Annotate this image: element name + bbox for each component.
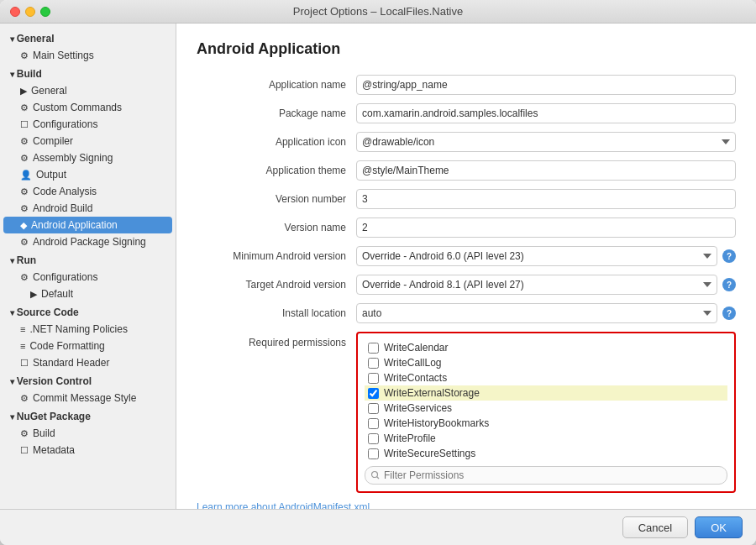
gear-icon: ⚙ bbox=[20, 186, 29, 197]
package-name-row: Package name bbox=[197, 103, 736, 123]
target-android-select[interactable]: Override - Android 8.1 (API level 27) bbox=[356, 275, 717, 295]
sidebar-item-label: .NET Naming Policies bbox=[29, 323, 127, 335]
permission-write-profile-checkbox[interactable] bbox=[368, 433, 379, 444]
sidebar-item-default[interactable]: ▶ Default bbox=[0, 286, 176, 302]
sidebar-section-run[interactable]: Run bbox=[0, 250, 176, 269]
sidebar-section-source-code[interactable]: Source Code bbox=[0, 302, 176, 321]
install-location-wrap: auto ? bbox=[356, 303, 736, 323]
sidebar-item-label: Android Package Signing bbox=[33, 236, 146, 248]
footer: Cancel OK bbox=[0, 509, 756, 545]
min-android-wrap: Override - Android 6.0 (API level 23) ? bbox=[356, 246, 736, 266]
sidebar-item-android-application[interactable]: ◆ Android Application bbox=[3, 217, 172, 233]
gear-icon: ⚙ bbox=[20, 203, 29, 214]
maximize-button[interactable] bbox=[40, 7, 50, 17]
application-icon-select[interactable]: @drawable/icon bbox=[356, 132, 736, 152]
sidebar-item-label: Configurations bbox=[33, 118, 97, 130]
sidebar-item-label: Android Application bbox=[31, 219, 118, 231]
sidebar-item-run-configurations[interactable]: ⚙ Configurations bbox=[0, 269, 176, 286]
version-number-input[interactable] bbox=[356, 189, 736, 209]
permission-write-call-log-checkbox[interactable] bbox=[368, 358, 379, 369]
gear-icon: ⚙ bbox=[20, 393, 29, 404]
arrow-icon: ▶ bbox=[20, 86, 27, 97]
permission-write-contacts-label: WriteContacts bbox=[384, 372, 447, 384]
diamond-icon: ◆ bbox=[20, 220, 27, 231]
application-name-label: Application name bbox=[197, 79, 356, 91]
sidebar-section-build[interactable]: Build bbox=[0, 64, 176, 82]
permission-write-call-log[interactable]: WriteCallLog bbox=[365, 355, 727, 370]
sidebar-item-net-naming[interactable]: ≡ .NET Naming Policies bbox=[0, 321, 176, 338]
checkbox-icon: ☐ bbox=[20, 358, 29, 369]
sidebar-item-commit-message-style[interactable]: ⚙ Commit Message Style bbox=[0, 390, 176, 406]
permission-write-secure-settings-checkbox[interactable] bbox=[368, 448, 379, 459]
version-number-label: Version number bbox=[197, 193, 356, 205]
install-location-help-icon[interactable]: ? bbox=[722, 307, 736, 320]
sidebar-item-configurations[interactable]: ☐ Configurations bbox=[0, 116, 176, 133]
permission-write-gservices[interactable]: WriteGservices bbox=[365, 401, 727, 416]
application-theme-row: Application theme bbox=[197, 160, 736, 181]
gear-icon: ⚙ bbox=[20, 50, 29, 61]
sidebar-item-android-build[interactable]: ⚙ Android Build bbox=[0, 200, 176, 217]
install-location-select[interactable]: auto bbox=[356, 303, 717, 323]
permission-write-external-storage-checkbox[interactable] bbox=[368, 388, 379, 399]
required-permissions-row: Required permissions WriteCalendar Write… bbox=[197, 332, 736, 493]
permission-write-history-bookmarks-label: WriteHistoryBookmarks bbox=[384, 417, 489, 429]
content-panel: Android Application Application name Pac… bbox=[176, 24, 756, 509]
sidebar-section-general[interactable]: General bbox=[0, 29, 176, 47]
sidebar-item-general[interactable]: ▶ General bbox=[0, 82, 176, 99]
permission-write-secure-settings-label: WriteSecureSettings bbox=[384, 448, 475, 459]
permissions-filter-input[interactable] bbox=[365, 466, 727, 485]
application-name-row: Application name bbox=[197, 75, 736, 95]
min-android-label: Minimum Android version bbox=[197, 250, 356, 262]
sidebar-item-code-formatting[interactable]: ≡ Code Formatting bbox=[0, 338, 176, 354]
permission-write-contacts[interactable]: WriteContacts bbox=[365, 370, 727, 385]
permission-write-calendar-checkbox[interactable] bbox=[368, 343, 379, 354]
sidebar-item-label: General bbox=[31, 85, 67, 97]
version-name-input[interactable] bbox=[356, 217, 736, 238]
sidebar-section-nuget[interactable]: NuGet Package bbox=[0, 406, 176, 425]
checkbox-icon: ☐ bbox=[20, 445, 29, 456]
checkbox-icon: ☐ bbox=[20, 119, 29, 130]
sidebar-item-nuget-build[interactable]: ⚙ Build bbox=[0, 425, 176, 442]
package-name-input[interactable] bbox=[356, 103, 736, 123]
application-theme-input[interactable] bbox=[356, 160, 736, 181]
application-name-input[interactable] bbox=[356, 75, 736, 95]
sidebar-item-label: Build bbox=[33, 427, 55, 439]
lines-icon: ≡ bbox=[20, 324, 25, 334]
cancel-button[interactable]: Cancel bbox=[622, 516, 688, 538]
gear-icon: ⚙ bbox=[20, 136, 29, 147]
sidebar-item-output[interactable]: 👤 Output bbox=[0, 166, 176, 183]
sidebar-item-code-analysis[interactable]: ⚙ Code Analysis bbox=[0, 183, 176, 200]
permission-write-calendar[interactable]: WriteCalendar bbox=[365, 340, 727, 355]
ok-button[interactable]: OK bbox=[695, 516, 743, 538]
close-button[interactable] bbox=[10, 7, 20, 17]
permission-write-history-bookmarks[interactable]: WriteHistoryBookmarks bbox=[365, 416, 727, 431]
version-name-label: Version name bbox=[197, 222, 356, 233]
sidebar-item-assembly-signing[interactable]: ⚙ Assembly Signing bbox=[0, 149, 176, 166]
sidebar-item-nuget-metadata[interactable]: ☐ Metadata bbox=[0, 442, 176, 459]
learn-more-link[interactable]: Learn more about AndroidManifest.xml bbox=[197, 501, 736, 509]
sidebar-item-standard-header[interactable]: ☐ Standard Header bbox=[0, 354, 176, 371]
gear-icon: ⚙ bbox=[20, 272, 29, 283]
permission-write-external-storage[interactable]: WriteExternalStorage bbox=[365, 385, 727, 401]
sidebar-section-version-control[interactable]: Version Control bbox=[0, 371, 176, 390]
permission-write-gservices-label: WriteGservices bbox=[384, 402, 452, 414]
minimize-button[interactable] bbox=[25, 7, 35, 17]
permission-write-secure-settings[interactable]: WriteSecureSettings bbox=[365, 446, 727, 461]
permission-write-contacts-checkbox[interactable] bbox=[368, 373, 379, 384]
sidebar-item-label: Metadata bbox=[33, 444, 75, 456]
permission-write-gservices-checkbox[interactable] bbox=[368, 403, 379, 414]
target-android-help-icon[interactable]: ? bbox=[722, 278, 736, 291]
sidebar-item-android-package-signing[interactable]: ⚙ Android Package Signing bbox=[0, 233, 176, 250]
titlebar: Project Options – LocalFiles.Native bbox=[0, 0, 756, 24]
sidebar-item-custom-commands[interactable]: ⚙ Custom Commands bbox=[0, 99, 176, 116]
min-android-help-icon[interactable]: ? bbox=[722, 249, 736, 263]
sidebar-item-main-settings[interactable]: ⚙ Main Settings bbox=[0, 47, 176, 64]
sidebar-item-label: Android Build bbox=[33, 202, 92, 214]
arrow-icon: ▶ bbox=[30, 289, 37, 300]
permission-write-profile[interactable]: WriteProfile bbox=[365, 431, 727, 446]
min-android-select[interactable]: Override - Android 6.0 (API level 23) bbox=[356, 246, 717, 266]
person-icon: 👤 bbox=[20, 170, 32, 181]
sidebar-item-label: Code Formatting bbox=[29, 340, 104, 352]
permission-write-history-bookmarks-checkbox[interactable] bbox=[368, 418, 379, 429]
sidebar-item-compiler[interactable]: ⚙ Compiler bbox=[0, 133, 176, 149]
